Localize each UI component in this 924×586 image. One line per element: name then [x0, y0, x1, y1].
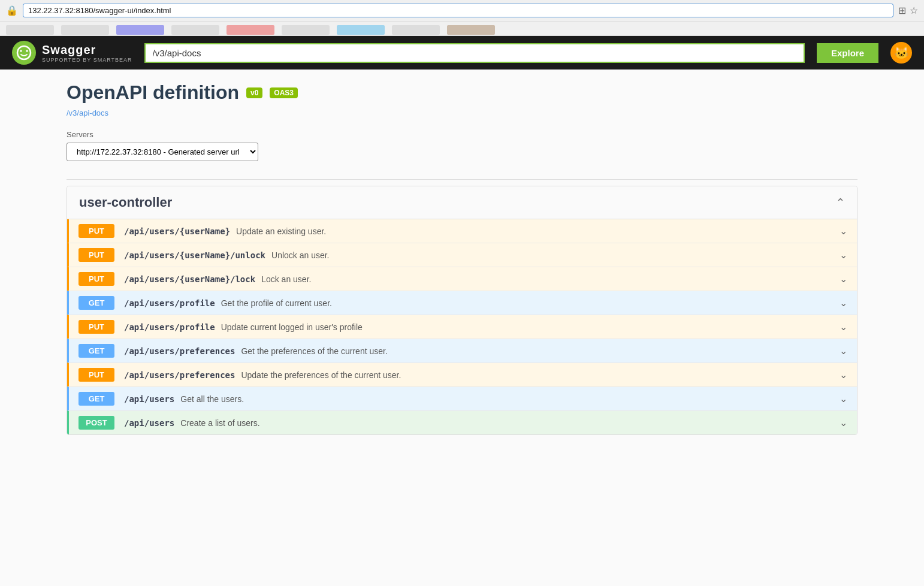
endpoint-row-5[interactable]: GET/api/users/preferencesGet the prefere… — [67, 339, 857, 363]
endpoint-chevron-3: ⌄ — [840, 297, 847, 309]
bookmark-3[interactable] — [116, 25, 164, 35]
endpoint-path-7: /api/users — [124, 394, 174, 404]
method-badge-7: GET — [78, 392, 114, 406]
swagger-sub: SUPPORTED BY SMARTBEAR — [42, 57, 132, 63]
extension-icon[interactable]: ⊞ — [898, 5, 906, 16]
endpoint-row-4[interactable]: PUT/api/users/profileUpdate current logg… — [67, 315, 857, 339]
endpoint-row-7[interactable]: GET/api/usersGet all the users.⌄ — [67, 386, 857, 410]
controller-section: user-controller ⌃ PUT/api/users/{userNam… — [67, 186, 857, 435]
endpoint-chevron-6: ⌄ — [840, 369, 847, 380]
method-badge-1: PUT — [78, 248, 114, 262]
method-badge-5: GET — [78, 344, 114, 358]
endpoint-chevron-8: ⌄ — [840, 417, 847, 428]
endpoint-row-3[interactable]: GET/api/users/profileGet the profile of … — [67, 291, 857, 315]
url-bar[interactable]: 132.22.37.32:8180/swagger-ui/index.html — [23, 4, 893, 17]
endpoint-desc-7: Get all the users. — [180, 394, 840, 404]
endpoint-desc-0: Update an existing user. — [236, 226, 840, 236]
endpoint-path-6: /api/users/preferences — [124, 370, 235, 380]
bookmarks-bar — [0, 22, 924, 36]
servers-section: Servers http://172.22.37.32:8180 - Gener… — [67, 130, 857, 161]
endpoint-path-3: /api/users/profile — [124, 298, 215, 308]
title-row: OpenAPI definition v0 OAS3 — [67, 81, 857, 104]
endpoint-row-8[interactable]: POST/api/usersCreate a list of users.⌄ — [67, 410, 857, 434]
bookmark-6[interactable] — [282, 25, 330, 35]
endpoint-desc-5: Get the preferences of the current user. — [241, 346, 840, 356]
method-badge-8: POST — [78, 416, 114, 430]
svg-point-0 — [17, 46, 31, 59]
endpoint-chevron-2: ⌄ — [840, 273, 847, 285]
explore-button[interactable]: Explore — [817, 43, 878, 63]
bookmark-9[interactable] — [447, 25, 495, 35]
section-divider — [67, 179, 857, 180]
endpoint-path-5: /api/users/preferences — [124, 346, 235, 356]
browser-bar: 🔒 132.22.37.32:8180/swagger-ui/index.htm… — [0, 0, 924, 22]
endpoint-desc-3: Get the profile of current user. — [221, 298, 840, 308]
svg-point-1 — [20, 50, 22, 52]
lock-icon: 🔒 — [6, 5, 18, 16]
bookmark-7[interactable] — [337, 25, 385, 35]
endpoints-list: PUT/api/users/{userName}Update an existi… — [67, 219, 857, 434]
servers-label: Servers — [67, 130, 857, 139]
method-badge-6: PUT — [78, 368, 114, 382]
browser-icons: ⊞ ☆ — [898, 5, 918, 16]
endpoint-desc-4: Update current logged in user's profile — [221, 322, 840, 332]
bookmark-8[interactable] — [392, 25, 440, 35]
method-badge-0: PUT — [78, 224, 114, 238]
svg-point-2 — [26, 50, 28, 52]
swagger-logo: Swagger SUPPORTED BY SMARTBEAR — [12, 41, 132, 65]
swagger-header: Swagger SUPPORTED BY SMARTBEAR Explore 🐱 — [0, 36, 924, 70]
controller-header[interactable]: user-controller ⌃ — [67, 186, 857, 219]
endpoint-path-1: /api/users/{userName}/unlock — [124, 250, 265, 260]
bookmark-icon[interactable]: ☆ — [910, 5, 918, 16]
endpoint-row-0[interactable]: PUT/api/users/{userName}Update an existi… — [67, 219, 857, 243]
title-section: OpenAPI definition v0 OAS3 /v3/api-docs — [67, 81, 857, 118]
endpoint-chevron-0: ⌄ — [840, 225, 847, 237]
endpoint-desc-8: Create a list of users. — [180, 418, 840, 428]
method-badge-4: PUT — [78, 320, 114, 334]
badge-oas3: OAS3 — [270, 87, 298, 98]
endpoint-chevron-7: ⌄ — [840, 393, 847, 404]
controller-collapse-icon: ⌃ — [836, 196, 845, 209]
method-badge-3: GET — [78, 296, 114, 310]
endpoint-path-4: /api/users/profile — [124, 322, 215, 332]
endpoint-chevron-5: ⌄ — [840, 345, 847, 357]
bookmark-4[interactable] — [171, 25, 219, 35]
badge-v0: v0 — [246, 87, 262, 98]
endpoint-chevron-4: ⌄ — [840, 321, 847, 333]
avatar: 🐱 — [890, 42, 912, 64]
endpoint-chevron-1: ⌄ — [840, 249, 847, 261]
endpoint-desc-1: Unlock an user. — [271, 250, 840, 260]
bookmark-2[interactable] — [61, 25, 109, 35]
bookmark-5[interactable] — [227, 25, 274, 35]
api-docs-link[interactable]: /v3/api-docs — [67, 108, 108, 117]
endpoint-desc-6: Update the preferences of the current us… — [241, 370, 840, 380]
endpoint-path-8: /api/users — [124, 418, 174, 428]
servers-select[interactable]: http://172.22.37.32:8180 - Generated ser… — [67, 143, 258, 161]
main-content: OpenAPI definition v0 OAS3 /v3/api-docs … — [49, 70, 875, 447]
bookmark-1[interactable] — [6, 25, 54, 35]
swagger-url-input[interactable] — [144, 43, 805, 63]
endpoint-path-0: /api/users/{userName} — [124, 226, 230, 236]
swagger-logo-label: Swagger SUPPORTED BY SMARTBEAR — [42, 43, 132, 63]
url-text: 132.22.37.32:8180/swagger-ui/index.html — [28, 6, 171, 15]
endpoint-row-1[interactable]: PUT/api/users/{userName}/unlockUnlock an… — [67, 243, 857, 267]
method-badge-2: PUT — [78, 272, 114, 286]
endpoint-desc-2: Lock an user. — [261, 274, 840, 284]
endpoint-row-2[interactable]: PUT/api/users/{userName}/lockLock an use… — [67, 267, 857, 291]
swagger-text: Swagger — [42, 43, 132, 57]
page-title: OpenAPI definition — [67, 81, 239, 104]
controller-title: user-controller — [79, 195, 172, 210]
endpoint-row-6[interactable]: PUT/api/users/preferencesUpdate the pref… — [67, 363, 857, 386]
endpoint-path-2: /api/users/{userName}/lock — [124, 274, 255, 284]
swagger-logo-icon — [12, 41, 36, 65]
